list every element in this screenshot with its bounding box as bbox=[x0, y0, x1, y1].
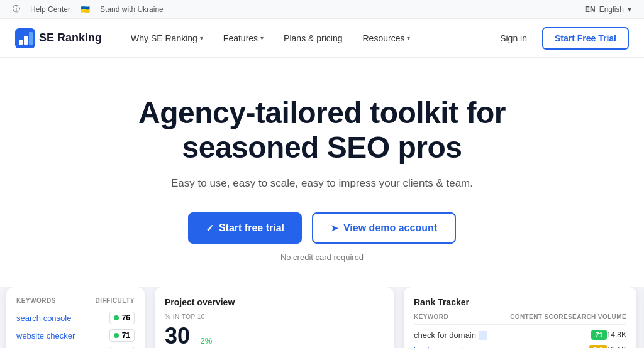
keywords-widget: KEYWORDS DIFFICULTY search console 76 we… bbox=[6, 287, 145, 348]
hero-buttons: ✓ Start free trial ➤ View demo account bbox=[13, 212, 631, 244]
rank-volume: 14.8K bbox=[607, 330, 626, 339]
difficulty-badge: 71 bbox=[109, 329, 135, 342]
nav-links: Why SE Ranking ▾ Features ▾ Plans & pric… bbox=[122, 28, 492, 48]
hero-section: Agency-tailored toolkit for seasoned SEO… bbox=[0, 58, 644, 287]
keyword-link[interactable]: search console bbox=[16, 313, 71, 323]
lang-code[interactable]: EN bbox=[585, 5, 596, 14]
start-free-trial-button[interactable]: Start Free Trial bbox=[542, 27, 629, 50]
keyword-row: website checker 71 bbox=[16, 329, 135, 342]
logo[interactable]: SE Ranking bbox=[15, 28, 102, 48]
nav-item-features[interactable]: Features ▾ bbox=[214, 28, 272, 48]
help-icon: ⓘ bbox=[13, 4, 20, 14]
sign-in-button[interactable]: Sign in bbox=[492, 28, 535, 48]
chevron-down-icon: ▾ bbox=[200, 35, 203, 41]
ukraine-text: Stand with Ukraine bbox=[100, 5, 164, 14]
rank-score-badge: 8.6 bbox=[589, 345, 606, 348]
svg-rect-2 bbox=[24, 36, 28, 45]
start-trial-label: Start free trial bbox=[219, 222, 284, 234]
nav-resources-label: Resources bbox=[363, 33, 405, 43]
logo-icon bbox=[15, 28, 35, 48]
nav-item-resources[interactable]: Resources ▾ bbox=[354, 28, 419, 48]
view-demo-button[interactable]: ➤ View demo account bbox=[312, 212, 456, 244]
no-credit-card-text: No credit card required bbox=[13, 253, 631, 262]
difficulty-score: 71 bbox=[122, 331, 130, 340]
difficulty-badge: 76 bbox=[109, 312, 135, 324]
view-demo-label: View demo account bbox=[343, 222, 437, 234]
rank-table-header: KEYWORD CONTENT SCORE SEARCH VOLUME bbox=[414, 313, 626, 325]
keyword-row: search console 76 bbox=[16, 312, 135, 324]
checkmark-icon: ✓ bbox=[206, 222, 214, 234]
nav-why-label: Why SE Ranking bbox=[131, 33, 197, 43]
help-center-link[interactable]: Help Center bbox=[30, 5, 70, 14]
rank-table-row: check for domain 71 14.8K bbox=[414, 330, 626, 340]
rank-volume: 18.1K bbox=[607, 345, 626, 348]
lang-full[interactable]: English bbox=[599, 5, 624, 14]
ukraine-flag: 🇺🇦 bbox=[80, 5, 90, 14]
chevron-down-icon: ▾ bbox=[260, 35, 264, 41]
rank-col-volume: SEARCH VOLUME bbox=[568, 313, 626, 320]
dashboard-preview: KEYWORDS DIFFICULTY search console 76 we… bbox=[0, 287, 644, 348]
chevron-down-icon: ▾ bbox=[628, 5, 631, 14]
hero-title: Agency-tailored toolkit for seasoned SEO… bbox=[83, 95, 561, 165]
difficulty-dot bbox=[114, 315, 119, 320]
hero-subtitle: Easy to use, easy to scale, easy to impr… bbox=[13, 177, 631, 190]
rank-keyword-link[interactable]: leads generator bbox=[414, 345, 589, 348]
nav-actions: Sign in Start Free Trial bbox=[492, 27, 629, 50]
top10-value: 30 ↑ 2% bbox=[165, 323, 384, 348]
rank-score-badge: 71 bbox=[591, 330, 606, 340]
keywords-col-header: KEYWORDS bbox=[16, 297, 56, 304]
arrow-up-icon: ↑ bbox=[195, 336, 199, 345]
project-overview-widget: Project overview % IN TOP 10 30 ↑ 2% bbox=[155, 287, 394, 348]
rank-col-keyword: KEYWORD bbox=[414, 313, 510, 320]
difficulty-score: 76 bbox=[122, 313, 130, 322]
svg-rect-1 bbox=[19, 40, 23, 45]
rank-tracker-title: Rank Tracker bbox=[414, 297, 626, 307]
top10-change: ↑ 2% bbox=[195, 336, 212, 345]
navbar: SE Ranking Why SE Ranking ▾ Features ▾ P… bbox=[0, 19, 644, 58]
difficulty-col-header: DIFFICULTY bbox=[95, 297, 135, 304]
nav-item-why[interactable]: Why SE Ranking ▾ bbox=[122, 28, 212, 48]
chevron-down-icon: ▾ bbox=[407, 35, 410, 41]
top10-number: 30 bbox=[165, 323, 190, 348]
nav-features-label: Features bbox=[223, 33, 258, 43]
utility-bar: ⓘ Help Center 🇺🇦 Stand with Ukraine EN E… bbox=[0, 0, 644, 19]
project-widget-title: Project overview bbox=[165, 297, 384, 307]
keywords-widget-header: KEYWORDS DIFFICULTY bbox=[16, 297, 135, 304]
rank-tracker-widget: Rank Tracker KEYWORD CONTENT SCORE SEARC… bbox=[404, 287, 636, 348]
send-icon: ➤ bbox=[331, 223, 338, 233]
rank-table-row: leads generator 8.6 18.1K bbox=[414, 345, 626, 348]
nav-pricing-label: Plans & pricing bbox=[284, 33, 342, 43]
svg-rect-3 bbox=[29, 32, 33, 45]
start-free-trial-cta-button[interactable]: ✓ Start free trial bbox=[188, 212, 302, 244]
keyword-link[interactable]: website checker bbox=[16, 331, 75, 340]
difficulty-dot bbox=[114, 333, 119, 338]
top10-change-value: 2% bbox=[201, 336, 213, 345]
rank-keyword: check for domain bbox=[414, 330, 591, 340]
utility-left: ⓘ Help Center 🇺🇦 Stand with Ukraine bbox=[13, 4, 164, 14]
rank-col-score: CONTENT SCORE bbox=[510, 313, 568, 320]
utility-right: EN English ▾ bbox=[585, 5, 631, 14]
nav-item-pricing[interactable]: Plans & pricing bbox=[275, 28, 351, 48]
logo-text: SE Ranking bbox=[39, 31, 102, 45]
top10-label: % IN TOP 10 bbox=[165, 313, 384, 320]
link-icon bbox=[479, 331, 487, 340]
